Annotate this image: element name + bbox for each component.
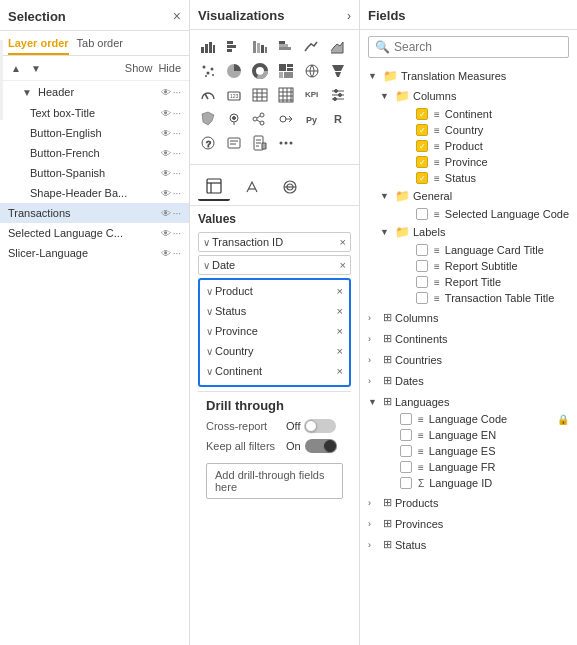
arrow-down-btn[interactable]: ▼ — [28, 60, 44, 76]
eye-icon-slicer[interactable]: 👁 — [161, 248, 171, 259]
drill-add-btn[interactable]: Add drill-through fields here — [206, 463, 343, 499]
eye-icon-textbox[interactable]: 👁 — [161, 108, 171, 119]
tree-item-selected-language-code[interactable]: ≡ Selected Language Code — [392, 206, 577, 222]
viz-icon-stacked-col[interactable] — [274, 36, 298, 58]
tree-item-language-id[interactable]: Σ Language ID — [376, 475, 577, 491]
tree-group-header-products[interactable]: › ⊞ Products — [360, 493, 577, 512]
tree-group-header-columns-group[interactable]: › ⊞ Columns — [360, 308, 577, 327]
tree-item-province[interactable]: ≡ Province — [392, 154, 577, 170]
viz-icon-azure-map[interactable] — [222, 108, 246, 130]
tree-item-language-code[interactable]: ≡ Language Code 🔒 — [376, 411, 577, 427]
more-icon-btn-french[interactable]: ··· — [173, 148, 181, 159]
viz-icon-column[interactable] — [222, 36, 246, 58]
checkbox-province[interactable] — [416, 156, 428, 168]
layer-item-btn-spanish[interactable]: Button-Spanish 👁 ··· — [0, 163, 189, 183]
viz-icon-funnel[interactable] — [326, 60, 350, 82]
viz-icon-pie[interactable] — [222, 60, 246, 82]
more-icon-slicer[interactable]: ··· — [173, 248, 181, 259]
tree-group-header-general[interactable]: ▼ 📁 General — [376, 186, 577, 206]
tree-item-country[interactable]: ≡ Country — [392, 122, 577, 138]
tree-item-language-en[interactable]: ≡ Language EN — [376, 427, 577, 443]
checkbox-language-en[interactable] — [400, 429, 412, 441]
more-icon-textbox[interactable]: ··· — [173, 108, 181, 119]
selection-close-btn[interactable]: × — [173, 8, 181, 24]
field-x-status[interactable]: × — [337, 305, 343, 317]
viz-icon-more[interactable] — [274, 132, 298, 154]
viz-icon-map[interactable] — [300, 60, 324, 82]
viz-icon-matrix[interactable] — [274, 84, 298, 106]
viz-icon-r[interactable]: R — [326, 108, 350, 130]
field-status[interactable]: ∨ Status × — [202, 302, 347, 320]
viz-icon-qa[interactable]: ? — [196, 132, 220, 154]
field-x-country[interactable]: × — [337, 345, 343, 357]
checkbox-transaction-table-title[interactable] — [416, 292, 428, 304]
checkbox-language-card-title[interactable] — [416, 244, 428, 256]
more-icon-header[interactable]: ··· — [173, 87, 181, 98]
more-icon-shape[interactable]: ··· — [173, 188, 181, 199]
checkbox-language-code[interactable] — [400, 413, 412, 425]
tree-item-product[interactable]: ≡ Product — [392, 138, 577, 154]
tree-group-header-provinces[interactable]: › ⊞ Provinces — [360, 514, 577, 533]
layer-item-btn-french[interactable]: Button-French 👁 ··· — [0, 143, 189, 163]
tree-item-continent[interactable]: ≡ Continent — [392, 106, 577, 122]
checkbox-report-title[interactable] — [416, 276, 428, 288]
tree-group-header-status[interactable]: › ⊞ Status — [360, 535, 577, 554]
eye-icon-selected-lang[interactable]: 👁 — [161, 228, 171, 239]
viz-icon-filled-map[interactable] — [196, 108, 220, 130]
show-btn[interactable]: Show — [125, 62, 153, 74]
tree-item-language-card-title[interactable]: ≡ Language Card Title — [392, 242, 577, 258]
viz-icon-smart-narrative[interactable] — [222, 132, 246, 154]
tree-group-header-columns[interactable]: ▼ 📁 Columns — [376, 86, 577, 106]
checkbox-continent[interactable] — [416, 108, 428, 120]
search-input[interactable] — [394, 40, 562, 54]
more-icon-selected-lang[interactable]: ··· — [173, 228, 181, 239]
layer-item-slicer[interactable]: Slicer-Language 👁 ··· — [0, 243, 189, 263]
layer-item-header[interactable]: ▼ Header 👁 ··· — [0, 81, 189, 103]
viz-icon-gauge[interactable] — [196, 84, 220, 106]
more-icon-btn-english[interactable]: ··· — [173, 128, 181, 139]
layer-item-btn-english[interactable]: Button-English 👁 ··· — [0, 123, 189, 143]
checkbox-status[interactable] — [416, 172, 428, 184]
tree-group-header-continents[interactable]: › ⊞ Continents — [360, 329, 577, 348]
field-x-continent[interactable]: × — [337, 365, 343, 377]
field-x-province[interactable]: × — [337, 325, 343, 337]
layer-item-textbox[interactable]: Text box-Title 👁 ··· — [0, 103, 189, 123]
eye-icon-transactions[interactable]: 👁 — [161, 208, 171, 219]
eye-icon-btn-french[interactable]: 👁 — [161, 148, 171, 159]
viz-build-icon[interactable] — [198, 173, 230, 201]
viz-icon-line[interactable] — [300, 36, 324, 58]
keep-all-filters-toggle[interactable] — [305, 439, 337, 453]
eye-icon-header[interactable]: 👁 — [161, 87, 171, 98]
checkbox-selected-language-code[interactable] — [416, 208, 428, 220]
field-province[interactable]: ∨ Province × — [202, 322, 347, 340]
viz-icon-stacked-bar[interactable] — [248, 36, 272, 58]
tree-group-header-labels[interactable]: ▼ 📁 Labels — [376, 222, 577, 242]
more-icon-btn-spanish[interactable]: ··· — [173, 168, 181, 179]
tree-item-transaction-table-title[interactable]: ≡ Transaction Table Title — [392, 290, 577, 306]
field-x-date[interactable]: × — [340, 259, 346, 271]
viz-icon-kpi[interactable]: KPI — [300, 84, 324, 106]
arrow-up-btn[interactable]: ▲ — [8, 60, 24, 76]
tab-tab-order[interactable]: Tab order — [77, 37, 123, 55]
search-box[interactable]: 🔍 — [368, 36, 569, 58]
layer-item-transactions[interactable]: Transactions 👁 ··· — [0, 203, 189, 223]
viz-icon-treemap[interactable] — [274, 60, 298, 82]
viz-expand-arrow[interactable]: › — [347, 9, 351, 23]
field-x-product[interactable]: × — [337, 285, 343, 297]
tree-group-header-countries[interactable]: › ⊞ Countries — [360, 350, 577, 369]
layer-item-shape[interactable]: Shape-Header Ba... 👁 ··· — [0, 183, 189, 203]
viz-icon-scatter[interactable] — [196, 60, 220, 82]
tree-group-header-languages[interactable]: ▼ ⊞ Languages — [360, 392, 577, 411]
cross-report-toggle[interactable] — [304, 419, 336, 433]
layer-item-selected-lang[interactable]: Selected Language C... 👁 ··· — [0, 223, 189, 243]
viz-icon-decomp-tree[interactable] — [248, 108, 272, 130]
tree-item-language-fr[interactable]: ≡ Language FR — [376, 459, 577, 475]
viz-icon-slicer[interactable] — [326, 84, 350, 106]
tree-item-report-subtitle[interactable]: ≡ Report Subtitle — [392, 258, 577, 274]
field-country[interactable]: ∨ Country × — [202, 342, 347, 360]
checkbox-language-fr[interactable] — [400, 461, 412, 473]
viz-format-icon[interactable] — [236, 173, 268, 201]
viz-icon-donut[interactable] — [248, 60, 272, 82]
viz-icon-key-influencer[interactable] — [274, 108, 298, 130]
tree-item-status[interactable]: ≡ Status — [392, 170, 577, 186]
